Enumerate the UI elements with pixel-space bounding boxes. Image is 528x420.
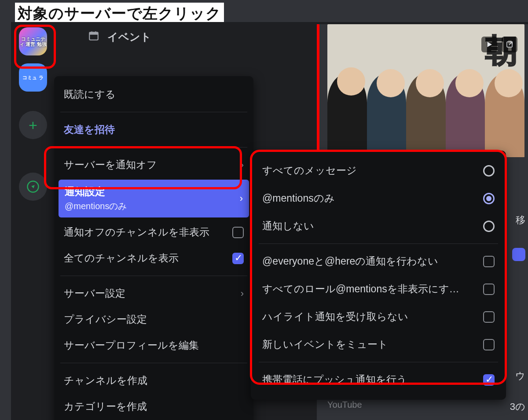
menu-show-all-channels[interactable]: 全てのチャンネルを表示 [54,245,253,271]
server-list: コミュニティ 運営 勉強 コミュ ラ + [11,22,55,420]
menu-label: 通知オフのチャンネルを非表示 [64,225,209,239]
open-external-icon [506,41,513,48]
checkbox-checked[interactable] [232,253,244,264]
annotation-vertical-line [317,24,319,152]
checkbox[interactable] [232,227,244,238]
chevron-right-icon: › [241,288,244,299]
menu-label: プライバシー設定 [64,313,147,326]
menu-label: サーバー設定 [64,287,125,300]
open-external-button[interactable] [502,37,517,52]
menu-label: サーバープロフィールを編集 [64,339,199,352]
side-text: 3の [510,400,525,413]
annotation-highlight-submenu [250,150,507,385]
channel-header[interactable]: イベント [88,30,151,44]
side-badge [512,248,525,261]
play-button[interactable] [481,37,497,52]
menu-label: 既読にする [64,88,116,101]
video-thumbnail[interactable]: 朝 [327,24,524,157]
menu-privacy-settings[interactable]: プライバシー設定 [54,306,253,332]
menu-create-category[interactable]: カテゴリーを作成 [54,394,253,420]
compass-icon [26,180,40,193]
menu-sublabel: @mentionsのみ [65,200,127,212]
menu-invite-friends[interactable]: 友達を招待 [54,117,253,143]
menu-edit-server-profile[interactable]: サーバープロフィールを編集 [54,332,253,358]
embed-provider-label: YouTube [327,400,362,410]
play-icon [485,41,493,48]
menu-label: チャンネルを作成 [64,374,147,387]
chevron-right-icon: › [240,193,243,204]
menu-hide-muted-channels[interactable]: 通知オフのチャンネルを非表示 [54,219,253,245]
menu-label: 友達を招待 [64,123,115,136]
menu-mark-read[interactable]: 既読にする [54,81,253,107]
menu-divider [60,112,247,112]
channel-header-label: イベント [107,30,151,44]
annotation-highlight-server [14,25,56,69]
menu-server-settings[interactable]: サーバー設定 › [54,280,253,306]
server-context-menu: 既読にする 友達を招待 サーバーを通知オフ › 通知設定 @mentionsのみ… [54,76,253,420]
calendar-icon [88,30,99,44]
menu-divider [60,276,247,276]
menu-divider [60,363,247,363]
menu-label: 全てのチャンネルを表示 [64,251,179,265]
annotation-highlight-notification-settings [44,146,242,189]
side-text: 移 [516,214,525,227]
discover-servers-button[interactable] [19,173,47,201]
menu-label: カテゴリーを作成 [64,400,147,413]
svg-rect-2 [89,32,98,34]
menu-create-channel[interactable]: チャンネルを作成 [54,368,253,394]
add-server-button[interactable]: + [19,111,47,139]
side-text: ウ [515,369,525,383]
